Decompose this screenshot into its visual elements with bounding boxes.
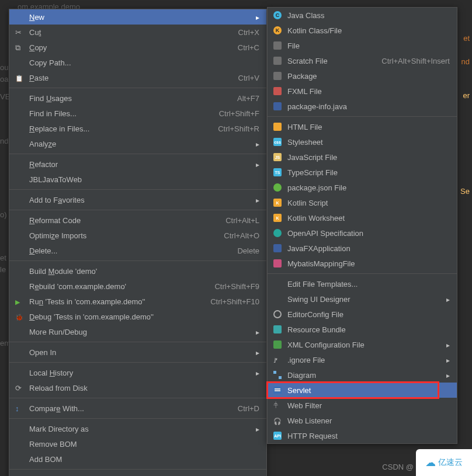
file-icon: css [273,138,282,146]
menu-separator [9,189,266,190]
new-item-resource-bundle[interactable]: Resource Bundle [268,322,457,337]
reload-icon: ⟳ [14,383,25,392]
context-item-find-in-files[interactable]: Find in Files...Ctrl+Shift+F [9,106,266,121]
submenu-arrow-icon [256,160,259,169]
new-item-swing-ui-designer[interactable]: Swing UI Designer [268,291,457,307]
context-item-copy[interactable]: CopyCtrl+C [9,40,266,55]
bg-frag: o) [0,210,7,219]
menu-item-label: Rebuild 'com.example.demo' [29,282,203,291]
circle-blue-icon: C [272,11,283,20]
context-item-cut[interactable]: CutCtrl+X [9,25,266,40]
menu-item-label: Kotlin Class/File [287,26,450,35]
new-item-xml-configuration-file[interactable]: XML Configuration File [268,337,457,352]
new-item-stylesheet[interactable]: cssStylesheet [268,134,457,150]
new-item-package-json-file[interactable]: package.json File [268,180,457,195]
context-item-remove-bom[interactable]: Remove BOM [9,436,266,451]
context-item-run-tests-in-com-example-demo[interactable]: Run 'Tests in 'com.example.demo''Ctrl+Sh… [9,294,266,309]
circle-green-icon [273,183,282,192]
context-item-rebuild-com-example-demo[interactable]: Rebuild 'com.example.demo'Ctrl+Shift+F9 [9,279,266,294]
run-icon [14,297,25,306]
yisu-text: 亿速云 [438,457,463,468]
new-item-kotlin-worksheet[interactable]: KKotlin Worksheet [268,210,457,225]
new-item-fxml-file[interactable]: FXML File [268,84,457,99]
new-item-editorconfig-file[interactable]: EditorConfig File [268,307,457,322]
menu-item-label: More Run/Debug [29,328,250,336]
menu-item-label: Kotlin Worksheet [287,214,450,223]
new-item-kotlin-class-file[interactable]: KKotlin Class/File [268,23,457,38]
file-icon: K [273,214,282,222]
new-item-package-info-java[interactable]: package-info.java [268,99,457,114]
new-submenu[interactable]: CJava ClassKKotlin Class/FileFileScratch… [267,7,457,444]
new-item-openapi-specification[interactable]: OpenAPI Specification [268,225,457,241]
menu-item-label: Add BOM [29,455,259,464]
context-item-replace-in-files[interactable]: Replace in Files...Ctrl+Shift+R [9,121,266,136]
new-item-javafxapplication[interactable]: JavaFXApplication [268,241,457,256]
context-item-copy-path[interactable]: Copy Path... [9,55,266,70]
new-item-package[interactable]: Package [268,68,457,84]
submenu-arrow-icon [256,140,259,148]
context-item-refactor[interactable]: Refactor [9,157,266,172]
context-item-find-usages[interactable]: Find UsagesAlt+F7 [9,91,266,106]
context-item-mark-directory-as[interactable]: Mark Directory as [9,421,266,436]
new-item-web-listener[interactable]: Web Listener [268,413,457,428]
context-item-hide-ignored-files[interactable]: Hide Ignored Files [9,472,266,476]
shortcut-label: Ctrl+X [238,28,259,37]
new-item-web-filter[interactable]: Web Filter [268,398,457,413]
menu-separator [268,273,457,274]
headphones-icon [272,416,283,425]
paste-icon [14,73,25,82]
context-item-more-run-debug[interactable]: More Run/Debug [9,324,266,339]
new-item-edit-file-templates[interactable]: Edit File Templates... [268,276,457,291]
file-icon [272,71,283,81]
bg-frag: et [0,253,6,262]
context-item-open-in[interactable]: Open In [9,345,266,360]
context-item-new[interactable]: New [9,9,266,25]
bg-code: et [463,34,470,43]
submenu-arrow-icon [256,328,259,336]
new-item-java-class[interactable]: CJava Class [268,8,457,23]
context-item-add-to-favorites[interactable]: Add to Favorites [9,192,266,207]
file-icon [273,341,282,349]
context-item-local-history[interactable]: Local History [9,365,266,380]
context-item-paste[interactable]: PasteCtrl+V [9,70,266,85]
context-item-reload-from-disk[interactable]: ⟳Reload from Disk [9,380,266,395]
context-item-delete[interactable]: Delete...Delete [9,243,266,258]
context-item-optimize-imports[interactable]: Optimize ImportsCtrl+Alt+O [9,228,266,243]
compare-icon [15,404,23,412]
menu-item-label: Debug 'Tests in 'com.example.demo'' [29,312,259,321]
new-item-scratch-file[interactable]: Scratch FileCtrl+Alt+Shift+Insert [268,53,457,68]
new-item-javascript-file[interactable]: JSJavaScript File [268,150,457,165]
reload-icon: ⟳ [15,384,23,392]
context-menu[interactable]: NewCutCtrl+XCopyCtrl+CCopy Path...PasteC… [9,9,267,476]
circle-teal-icon [273,229,282,237]
bg-code: Se [460,187,470,196]
file-icon [273,259,282,267]
menu-item-label: Paste [29,74,227,82]
new-item-html-file[interactable]: HTML File [268,119,457,134]
context-item-jbljavatoweb[interactable]: JBLJavaToWeb [9,172,266,187]
context-item-debug-tests-in-com-example-demo[interactable]: Debug 'Tests in 'com.example.demo'' [9,309,266,324]
menu-separator [9,418,266,419]
cloud-icon: ☁ [425,456,436,469]
context-item-compare-with[interactable]: Compare With...Ctrl+D [9,401,266,416]
new-item-mybatismappingfile[interactable]: MybatisMappingFile [268,256,457,271]
new-item-file[interactable]: File [268,38,457,53]
shortcut-label: Ctrl+Shift+R [218,124,259,133]
menu-separator [9,362,266,363]
new-item-typescript-file[interactable]: TSTypeScript File [268,165,457,180]
file-icon: K [272,213,283,223]
new-item-servlet[interactable]: Servlet [268,383,457,398]
menu-item-label: Servlet [287,386,450,395]
context-item-build-module-demo[interactable]: Build Module 'demo' [9,263,266,279]
new-item-diagram[interactable]: Diagram [268,367,457,383]
context-item-reformat-code[interactable]: Reformat CodeCtrl+Alt+L [9,213,266,228]
context-item-analyze[interactable]: Analyze [9,136,266,151]
new-item-kotlin-script[interactable]: KKotlin Script [268,195,457,210]
menu-item-label: Reload from Disk [29,384,259,392]
new-item-ignore-file[interactable]: .ignore File [268,352,457,367]
shortcut-label: Ctrl+Shift+F [219,109,259,118]
context-item-add-bom[interactable]: Add BOM [9,451,266,467]
gear-icon [272,310,283,319]
menu-item-label: Delete... [29,246,225,255]
new-item-http-request[interactable]: APIHTTP Request [268,428,457,443]
